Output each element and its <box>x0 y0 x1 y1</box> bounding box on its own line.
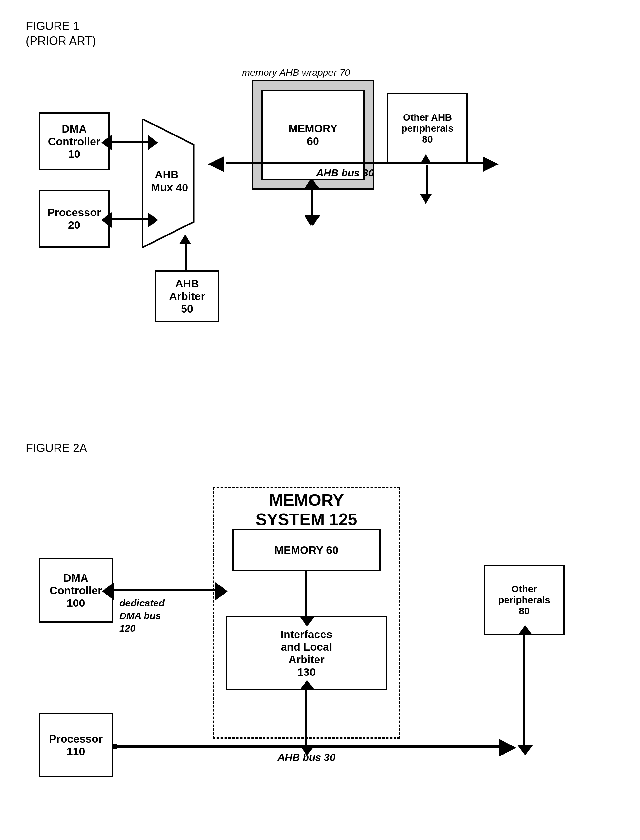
arb-to-bus-line <box>305 690 307 745</box>
dma-bus-arrow-right <box>216 582 228 600</box>
figure1-sublabel: (PRIOR ART) <box>26 34 614 48</box>
dma-controller-box: DMAController10 <box>39 112 110 170</box>
dma-to-mux-arrow <box>110 141 149 142</box>
mem-bus-arrow-up <box>305 179 317 189</box>
arb-to-mux-arrow <box>179 234 191 244</box>
wrapper-label: memory AHB wrapper 70 <box>242 67 350 78</box>
peri-bus-arrow-up <box>420 154 432 164</box>
processor-box: Processor20 <box>39 190 110 248</box>
bus-arrow-left <box>208 157 224 172</box>
mem-bus-arrow-down <box>305 216 317 226</box>
memory-60-box: MEMORY60 <box>261 90 365 180</box>
page: FIGURE 1 (PRIOR ART) memory AHB wrapper … <box>0 0 640 840</box>
other-peripherals-f2-box: Otherperipherals80 <box>484 565 565 635</box>
ahb-bus-line <box>226 162 484 164</box>
interfaces-arbiter-box: Interfacesand LocalArbiter130 <box>226 616 387 690</box>
ahb-arbiter-box: AHBArbiter50 <box>155 270 219 322</box>
peri-to-bus-f2-line <box>523 635 525 745</box>
memory-to-bus-line <box>310 190 313 216</box>
peri-bus-arrow-down <box>420 194 432 204</box>
dma-bus-label: dedicatedDMA bus120 <box>119 597 165 635</box>
figure1-label: FIGURE 1 <box>26 19 614 33</box>
peri-to-bus-line <box>426 165 428 194</box>
figure1-diagram: memory AHB wrapper 70 MEMORY60 Other AHB… <box>26 61 606 416</box>
bus-arrow-right <box>483 157 499 172</box>
processor-f2-box: Processor110 <box>39 713 113 778</box>
figure2-label: FIGURE 2A <box>26 441 614 455</box>
svg-text:AHB: AHB <box>155 168 179 181</box>
dma-bus-line <box>113 589 216 591</box>
ahb-bus-f2-arrow <box>499 739 516 757</box>
proc-to-mux-arrow <box>110 218 149 220</box>
arb-to-mux-line <box>185 244 187 272</box>
svg-text:Mux 40: Mux 40 <box>151 181 188 194</box>
mem-to-arb-line <box>305 571 307 616</box>
dma-bus-arrow-left <box>102 582 114 600</box>
other-ahb-peripherals-box: Other AHBperipherals80 <box>387 93 468 164</box>
proc-bus-join <box>113 744 117 749</box>
figure2-area: FIGURE 2A MEMORYSYSTEM 125 MEMORY 60 Int… <box>26 441 614 840</box>
memory-60-f2-box: MEMORY 60 <box>232 529 381 571</box>
figure2-diagram: MEMORYSYSTEM 125 MEMORY 60 Interfacesand… <box>26 468 606 840</box>
memory-system-label: MEMORYSYSTEM 125 <box>213 490 400 529</box>
ahb-bus-label: AHB bus 30 <box>316 167 374 179</box>
